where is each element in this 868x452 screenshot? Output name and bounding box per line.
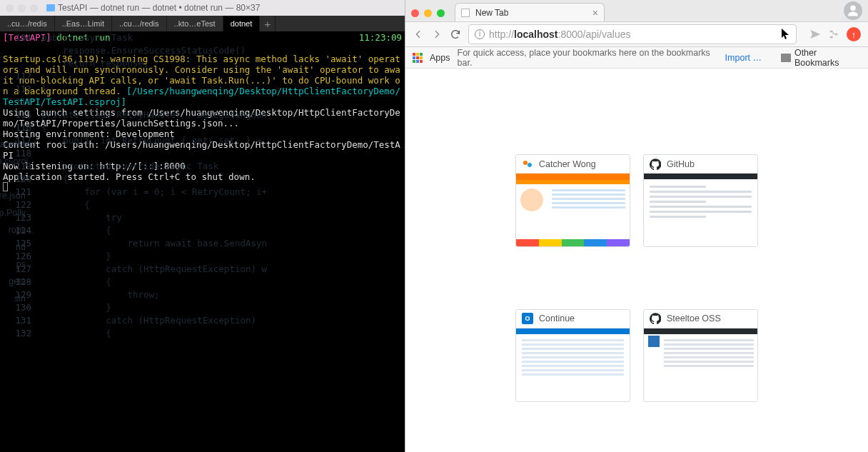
terminal-window: TestAPI — dotnet run — dotnet • dotnet r…	[0, 0, 405, 452]
traffic-lights[interactable]	[411, 9, 445, 17]
back-button[interactable]	[413, 29, 424, 40]
browser-tab-strip[interactable]: New Tab ×	[405, 0, 868, 21]
other-bookmarks-label: Other Bookmarks	[794, 48, 861, 68]
forward-button[interactable]	[431, 29, 443, 40]
most-visited-tile[interactable]: O Continue	[515, 309, 630, 402]
background-file-list: gHttpMessageHandnsions.Http.csprojxore.j…	[0, 136, 26, 307]
new-tab-button[interactable]: +	[260, 16, 276, 31]
min-light[interactable]	[424, 9, 432, 17]
browser-toolbar: i http://localhost:8000/api/values ↑	[405, 21, 868, 47]
folder-icon	[781, 54, 791, 62]
most-visited-tile[interactable]: Steeltoe OSS	[643, 309, 758, 402]
apps-icon[interactable]	[413, 53, 423, 63]
address-bar[interactable]: i http://localhost:8000/api/values	[468, 24, 797, 44]
close-light[interactable]	[411, 9, 419, 17]
tile-title: Catcher Wong	[539, 159, 596, 169]
most-visited-tile[interactable]: GitHub	[643, 154, 758, 247]
import-bookmarks-link[interactable]: Import b…	[725, 53, 765, 63]
max-light[interactable]	[437, 9, 445, 17]
update-available-icon[interactable]: ↑	[847, 27, 861, 41]
bookmarks-hint: For quick access, place your bookmarks h…	[458, 48, 717, 68]
browser-tab-title: New Tab	[475, 8, 508, 18]
other-bookmarks[interactable]: Other Bookmarks	[781, 48, 861, 68]
tile-thumbnail	[644, 328, 757, 401]
terminal-tab[interactable]: ..cu…/redis	[112, 16, 167, 31]
tile-title: Steeltoe OSS	[667, 313, 721, 323]
terminal-tab[interactable]: ..kto…eTest	[167, 16, 223, 31]
favicon-icon	[650, 313, 661, 324]
most-visited-tile[interactable]: Catcher Wong	[515, 154, 630, 247]
close-tab-icon[interactable]: ×	[592, 7, 598, 19]
favicon-icon: O	[522, 313, 533, 324]
favicon-icon	[522, 159, 533, 170]
min-light[interactable]	[18, 4, 26, 12]
tile-thumbnail	[516, 174, 630, 246]
terminal-titlebar[interactable]: TestAPI — dotnet run — dotnet • dotnet r…	[0, 0, 405, 16]
site-info-icon[interactable]: i	[475, 29, 485, 39]
tab-favicon	[461, 9, 470, 17]
mouse-cursor-icon	[782, 29, 790, 40]
apps-label[interactable]: Apps	[430, 53, 450, 63]
terminal-tabs[interactable]: ..cu…/redis ..Eas…Limit ..cu…/redis ..kt…	[0, 16, 405, 31]
reload-button[interactable]	[450, 29, 461, 40]
profile-avatar[interactable]	[844, 1, 862, 20]
most-visited-tiles: Catcher Wong GitHub	[515, 154, 758, 452]
bookmarks-bar[interactable]: Apps For quick access, place your bookma…	[405, 47, 868, 69]
tile-title: GitHub	[667, 159, 695, 169]
tile-thumbnail	[644, 174, 757, 246]
extension-icon[interactable]	[828, 29, 839, 40]
favicon-icon	[650, 159, 661, 170]
window-title: TestAPI — dotnet run — dotnet • dotnet r…	[46, 3, 260, 13]
new-tab-page: Catcher Wong GitHub	[405, 69, 868, 452]
window-title-text: TestAPI — dotnet run — dotnet • dotnet r…	[58, 3, 260, 13]
extension-icon[interactable]	[809, 29, 821, 40]
max-light[interactable]	[30, 4, 38, 12]
background-editor: 104public async Task response.EnsureSucc…	[0, 31, 405, 452]
chrome-top: New Tab × i http://localhost:8000/api/va…	[405, 0, 868, 69]
terminal-tab[interactable]: ..Eas…Limit	[55, 16, 112, 31]
browser-tab[interactable]: New Tab ×	[455, 3, 605, 21]
traffic-lights[interactable]	[6, 4, 38, 12]
terminal-tab[interactable]: ..cu…/redis	[0, 16, 55, 31]
url-display: http://localhost:8000/api/values	[489, 29, 630, 40]
tile-thumbnail	[516, 328, 630, 401]
close-light[interactable]	[6, 4, 14, 12]
folder-icon	[46, 4, 55, 11]
terminal-tab-active[interactable]: dotnet	[223, 16, 261, 31]
browser-window: New Tab × i http://localhost:8000/api/va…	[405, 0, 868, 452]
svg-point-0	[523, 161, 528, 165]
tile-title: Continue	[539, 313, 575, 323]
svg-point-1	[528, 163, 532, 167]
